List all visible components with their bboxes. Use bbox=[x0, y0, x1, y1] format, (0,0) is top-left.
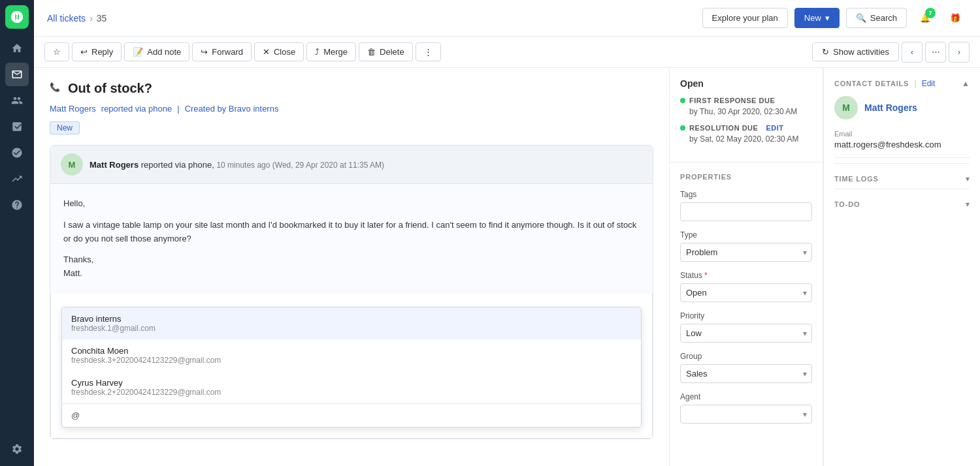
navbar: All tickets › 35 Explore your plan New ▾… bbox=[34, 0, 980, 37]
priority-label: Priority bbox=[680, 311, 812, 320]
close-icon: ✕ bbox=[263, 47, 270, 57]
more-options-button[interactable]: ⋮ bbox=[416, 42, 441, 61]
sidebar-item-settings[interactable] bbox=[5, 437, 29, 461]
delete-label: Delete bbox=[380, 47, 404, 57]
sidebar-item-reports[interactable] bbox=[5, 115, 29, 138]
search-button[interactable]: 🔍 Search bbox=[846, 8, 907, 28]
expand-button[interactable]: ⋯ bbox=[925, 42, 946, 63]
contact-panel-header: CONTACT DETAILS | Edit ▲ bbox=[834, 78, 970, 88]
merge-label: Merge bbox=[323, 47, 348, 57]
agent-select[interactable] bbox=[680, 405, 812, 424]
sla-first-response: FIRST RESPONSE DUE by Thu, 30 Apr 2020, … bbox=[680, 97, 812, 116]
show-activities-label: Show activities bbox=[833, 47, 889, 57]
gift-button[interactable]: 🎁 bbox=[943, 7, 967, 30]
main-area: All tickets › 35 Explore your plan New ▾… bbox=[34, 0, 980, 466]
group-select[interactable]: Sales Support Billing bbox=[680, 364, 812, 383]
contact-name[interactable]: Matt Rogers bbox=[864, 102, 917, 113]
todo-title: TO-DO bbox=[834, 200, 860, 208]
navbar-right: Explore your plan New ▾ 🔍 Search 🔔 7 🎁 bbox=[702, 7, 967, 30]
sidebar-item-help[interactable] bbox=[5, 193, 29, 217]
autocomplete-item-1[interactable]: Conchita Moen freshdesk.3+20200424123229… bbox=[62, 339, 641, 371]
contact-avatar: M bbox=[834, 96, 858, 119]
contact-edit-link[interactable]: Edit bbox=[922, 79, 936, 88]
sidebar-item-analytics[interactable] bbox=[5, 167, 29, 191]
status-select[interactable]: Open Pending Resolved Closed bbox=[680, 283, 812, 302]
contact-panel-collapse[interactable]: ▲ bbox=[962, 79, 970, 88]
type-select[interactable]: Problem Question Feature Request Inciden… bbox=[680, 243, 812, 262]
notification-badge: 7 bbox=[925, 8, 936, 18]
reply-label: Reply bbox=[91, 47, 113, 57]
reply-icon: ↩ bbox=[80, 47, 88, 57]
add-note-button[interactable]: 📝 Add note bbox=[124, 42, 189, 61]
sidebar-item-contacts[interactable] bbox=[5, 89, 29, 112]
forward-label: Forward bbox=[212, 47, 243, 57]
breadcrumb: All tickets › 35 bbox=[47, 13, 694, 23]
autocomplete-item-2[interactable]: Cyrus Harvey freshdesk.2+20200424123229@… bbox=[62, 371, 641, 403]
agent-field: Agent bbox=[680, 392, 812, 424]
prev-ticket-button[interactable]: ‹ bbox=[902, 42, 923, 63]
tags-input[interactable] bbox=[680, 202, 812, 221]
sidebar-item-tickets[interactable] bbox=[5, 63, 29, 86]
group-field: Group Sales Support Billing bbox=[680, 352, 812, 383]
breadcrumb-all-tickets[interactable]: All tickets bbox=[47, 13, 86, 23]
reply-button[interactable]: ↩ Reply bbox=[72, 42, 122, 61]
autocomplete-email-1: freshdesk.3+20200424123229@gmail.com bbox=[71, 356, 632, 365]
sla-status: Open bbox=[680, 78, 812, 89]
show-activities-button[interactable]: ↻ Show activities bbox=[812, 42, 899, 61]
sla-dot-1 bbox=[680, 98, 685, 103]
message-body-line2: I saw a vintage table lamp on your site … bbox=[63, 219, 640, 246]
ticket-via: reported via phone bbox=[101, 104, 172, 114]
todo-header[interactable]: TO-DO ▾ bbox=[834, 197, 970, 211]
gift-icon: 🎁 bbox=[950, 13, 960, 23]
autocomplete-email-0: freshdesk.1@gmail.com bbox=[71, 324, 632, 333]
sla-section: Open FIRST RESPONSE DUE by Thu, 30 Apr 2… bbox=[670, 68, 823, 163]
ticket-meta-sep: | bbox=[177, 104, 179, 114]
delete-button[interactable]: 🗑 Delete bbox=[359, 42, 413, 61]
status-badge: New bbox=[50, 121, 80, 134]
star-button[interactable]: ☆ bbox=[44, 42, 69, 61]
new-button-label: New bbox=[804, 13, 821, 23]
merge-button[interactable]: ⤴ Merge bbox=[306, 42, 356, 61]
ticket-created-by: Created by Bravo interns bbox=[185, 104, 279, 114]
message-body: Hello, I saw a vintage table lamp on you… bbox=[50, 184, 653, 294]
next-ticket-button[interactable]: › bbox=[949, 42, 970, 63]
tags-field: Tags bbox=[680, 190, 812, 221]
ticket-header: 📞 Out of stock? bbox=[50, 81, 653, 96]
priority-select[interactable]: Low Medium High Urgent bbox=[680, 324, 812, 343]
todo-section: TO-DO ▾ bbox=[834, 189, 970, 211]
search-button-label: Search bbox=[870, 13, 897, 23]
agent-label: Agent bbox=[680, 392, 812, 401]
priority-field: Priority Low Medium High Urgent bbox=[680, 311, 812, 343]
required-star: * bbox=[704, 271, 708, 280]
close-ticket-button[interactable]: ✕ Close bbox=[254, 42, 304, 61]
new-button-chevron: ▾ bbox=[825, 13, 830, 23]
time-logs-header[interactable]: TIME LOGS ▾ bbox=[834, 172, 970, 186]
avatar: M bbox=[61, 153, 83, 176]
search-icon: 🔍 bbox=[856, 13, 866, 23]
message-meta: Matt Rogers reported via phone, 10 minut… bbox=[90, 160, 384, 170]
autocomplete-name-0: Bravo interns bbox=[71, 314, 632, 324]
message-time: 10 minutes ago (Wed, 29 Apr 2020 at 11:3… bbox=[216, 161, 384, 170]
group-select-wrapper: Sales Support Billing bbox=[680, 364, 812, 383]
sidebar-item-automation[interactable] bbox=[5, 141, 29, 164]
time-logs-title: TIME LOGS bbox=[834, 175, 879, 183]
sla-resolution-label: RESOLUTION DUE Edit bbox=[680, 124, 812, 132]
app-logo[interactable] bbox=[5, 5, 29, 29]
sla-first-response-value: by Thu, 30 Apr 2020, 02:30 AM bbox=[680, 107, 812, 116]
sla-dot-2 bbox=[680, 125, 685, 131]
sla-resolution-value: by Sat, 02 May 2020, 02:30 AM bbox=[680, 134, 812, 144]
sla-resolution-edit[interactable]: Edit bbox=[766, 124, 783, 132]
autocomplete-item-0[interactable]: Bravo interns freshdesk.1@gmail.com bbox=[62, 307, 641, 339]
forward-button[interactable]: ↪ Forward bbox=[192, 42, 252, 61]
ticket-main: 📞 Out of stock? Matt Rogers reported via… bbox=[34, 68, 670, 466]
priority-select-wrapper: Low Medium High Urgent bbox=[680, 324, 812, 343]
sidebar-item-home[interactable] bbox=[5, 37, 29, 60]
new-button[interactable]: New ▾ bbox=[794, 8, 840, 28]
agent-select-wrapper bbox=[680, 405, 812, 424]
phone-icon: 📞 bbox=[50, 82, 60, 92]
notifications-button[interactable]: 🔔 7 bbox=[913, 7, 937, 30]
autocomplete-email-2: freshdesk.2+20200424123229@gmail.com bbox=[71, 388, 632, 397]
reply-area: Bravo interns freshdesk.1@gmail.com Conc… bbox=[50, 294, 653, 439]
explore-plan-button[interactable]: Explore your plan bbox=[702, 8, 788, 28]
contact-info: M Matt Rogers bbox=[834, 96, 970, 119]
